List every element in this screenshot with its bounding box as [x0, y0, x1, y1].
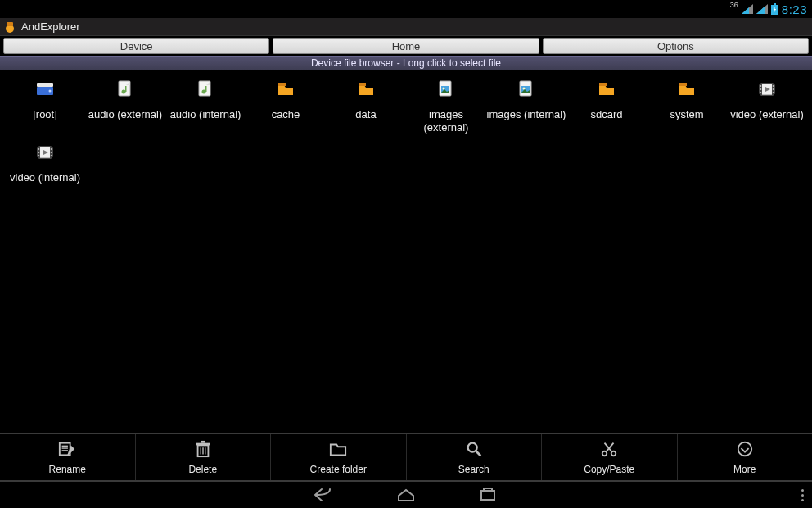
- home-button[interactable]: [394, 487, 418, 503]
- delete-icon: [192, 440, 214, 460]
- svg-rect-59: [484, 488, 492, 491]
- signal-icon: [756, 4, 768, 14]
- folder-icon: [327, 440, 349, 460]
- svg-point-28: [760, 92, 762, 93]
- svg-point-35: [38, 148, 40, 150]
- file-item[interactable]: sdcard: [566, 80, 647, 143]
- search-label: Search: [458, 464, 489, 475]
- file-item[interactable]: data: [326, 80, 406, 143]
- copy-paste-button[interactable]: Copy/Paste: [542, 434, 678, 480]
- file-item[interactable]: audio (external): [85, 80, 165, 143]
- svg-point-30: [773, 88, 774, 90]
- image-icon: [437, 80, 455, 98]
- app-icon: [3, 20, 16, 34]
- svg-rect-5: [37, 83, 53, 87]
- svg-rect-22: [679, 83, 687, 86]
- image-icon: [517, 80, 535, 98]
- file-item-label: video (external): [730, 108, 804, 134]
- svg-line-52: [476, 451, 481, 456]
- status-clock: 8:23: [782, 2, 807, 16]
- svg-rect-13: [278, 83, 286, 86]
- tab-options-label: Options: [657, 40, 694, 52]
- copy-paste-label: Copy/Paste: [584, 464, 634, 475]
- folder-icon: [357, 80, 375, 98]
- back-button[interactable]: [312, 487, 336, 503]
- file-item[interactable]: images (internal): [486, 80, 566, 143]
- rename-label: Rename: [49, 464, 86, 475]
- file-item[interactable]: audio (internal): [165, 80, 246, 143]
- network-indicator: 36: [730, 2, 738, 9]
- svg-point-36: [38, 152, 40, 153]
- file-item-label: system: [670, 108, 703, 134]
- svg-point-6: [49, 90, 52, 93]
- delete-button[interactable]: Delete: [136, 434, 272, 480]
- svg-point-27: [760, 88, 762, 90]
- svg-point-51: [467, 442, 476, 451]
- more-label: More: [733, 464, 756, 475]
- svg-rect-50: [201, 440, 205, 442]
- file-item[interactable]: video (internal): [5, 143, 85, 206]
- svg-point-31: [773, 92, 774, 93]
- svg-rect-14: [359, 83, 366, 86]
- file-item-label: images (internal): [487, 108, 566, 134]
- svg-rect-9: [125, 86, 127, 92]
- file-grid: [root]audio (external)audio (internal)ca…: [0, 70, 812, 206]
- folder-icon: [598, 80, 616, 98]
- file-item-label: video (internal): [10, 171, 80, 197]
- tab-home[interactable]: Home: [273, 38, 539, 54]
- svg-line-55: [607, 442, 614, 451]
- svg-point-11: [202, 90, 206, 94]
- svg-point-29: [773, 85, 774, 87]
- title-bar: AndExplorer: [0, 18, 812, 36]
- svg-rect-49: [196, 442, 210, 445]
- more-button[interactable]: More: [678, 434, 813, 480]
- rename-button[interactable]: Rename: [0, 434, 136, 480]
- file-item[interactable]: [root]: [5, 80, 85, 143]
- tab-device[interactable]: Device: [3, 38, 269, 54]
- svg-point-38: [51, 148, 52, 150]
- svg-point-37: [38, 155, 40, 156]
- file-item-label: audio (external): [88, 108, 162, 134]
- nav-bar: [0, 482, 812, 508]
- tab-device-label: Device: [120, 40, 153, 52]
- rename-icon: [56, 440, 78, 460]
- delete-label: Delete: [188, 464, 217, 475]
- svg-point-39: [51, 152, 52, 153]
- file-item-label: data: [355, 108, 376, 134]
- svg-rect-3: [7, 22, 13, 26]
- video-icon: [36, 143, 54, 161]
- battery-icon: [771, 3, 778, 15]
- svg-point-8: [122, 90, 126, 94]
- search-icon: [463, 440, 485, 460]
- tab-home-label: Home: [392, 40, 421, 52]
- svg-point-40: [51, 155, 52, 156]
- tab-options[interactable]: Options: [543, 38, 809, 54]
- action-bar: Rename Delete Create folder Search Copy/…: [0, 433, 812, 482]
- folder-icon: [678, 80, 696, 98]
- nav-overflow-button[interactable]: [801, 489, 804, 501]
- recent-button[interactable]: [476, 487, 500, 503]
- svg-point-26: [760, 85, 762, 87]
- drive-icon: [36, 80, 54, 98]
- audio-icon: [116, 80, 134, 98]
- file-item[interactable]: images (external): [406, 80, 486, 143]
- banner-text: Device file browser - Long click to sele…: [311, 57, 501, 69]
- signal-icon: [742, 4, 753, 14]
- info-banner: Device file browser - Long click to sele…: [0, 56, 812, 70]
- svg-rect-21: [599, 83, 607, 86]
- file-item-label: audio (internal): [170, 108, 241, 134]
- svg-rect-58: [481, 491, 494, 500]
- create-folder-label: Create folder: [310, 464, 367, 475]
- file-item[interactable]: video (external): [727, 80, 807, 143]
- file-item[interactable]: cache: [246, 80, 326, 143]
- svg-rect-0: [774, 3, 776, 5]
- scissors-icon: [598, 440, 620, 460]
- create-folder-button[interactable]: Create folder: [271, 434, 407, 480]
- svg-rect-12: [205, 86, 207, 92]
- svg-line-56: [605, 442, 612, 451]
- search-button[interactable]: Search: [407, 434, 543, 480]
- status-bar: 36 8:23: [0, 0, 812, 18]
- audio-icon: [196, 80, 214, 98]
- file-item-label: cache: [272, 108, 300, 134]
- file-item[interactable]: system: [647, 80, 727, 143]
